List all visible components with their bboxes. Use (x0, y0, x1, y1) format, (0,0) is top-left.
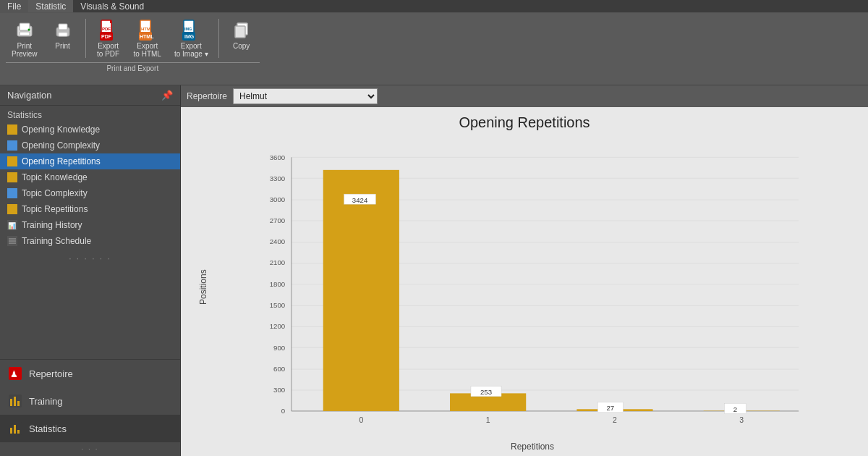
export-image-label: Export to Image ▾ (174, 42, 208, 58)
topic-complexity-icon (7, 188, 17, 198)
print-label: Print (55, 42, 70, 50)
content-area: Repertoire Helmut Opening Repetitions Po… (181, 85, 868, 456)
svg-rect-37 (10, 399, 12, 406)
svg-rect-22 (7, 124, 17, 135)
sidebar-item-opening-repetitions[interactable]: Opening Repetitions (0, 153, 180, 169)
sidebar-bottom: ♟ Repertoire Training (0, 359, 180, 456)
repertoire-icon: ♟ (7, 366, 23, 381)
copy-label: Copy (233, 42, 250, 50)
svg-text:3600: 3600 (270, 153, 285, 161)
topic-knowledge-label: Topic Knowledge (22, 172, 88, 182)
svg-rect-6 (59, 33, 67, 36)
bar-chart-svg: 3600 3300 3000 2700 2400 2100 1800 1500 … (211, 138, 854, 436)
main-layout: Navigation 📌 Statistics Opening Knowledg… (0, 85, 868, 456)
statistics-icon (7, 421, 23, 436)
sidebar-item-topic-repetitions[interactable]: Topic Repetitions (0, 201, 180, 217)
export-pdf-button[interactable]: PDF PDF Export to PDF (90, 16, 127, 61)
opening-knowledge-icon (7, 124, 17, 135)
export-html-icon: HTM HTML (136, 19, 159, 42)
svg-rect-24 (7, 156, 17, 166)
sidebar-item-topic-knowledge[interactable]: Topic Knowledge (0, 169, 180, 185)
training-history-label: Training History (22, 220, 82, 230)
x-label-1: 1 (486, 415, 490, 424)
sidebar-bottom-repertoire[interactable]: ♟ Repertoire (0, 360, 180, 387)
svg-rect-27 (7, 204, 17, 214)
menu-statistic[interactable]: Statistic (28, 0, 73, 12)
chart-container: Positions (195, 138, 854, 436)
print-preview-icon (13, 19, 36, 42)
separator-1 (85, 19, 86, 58)
sidebar-item-training-schedule[interactable]: Training Schedule (0, 233, 180, 249)
print-preview-button[interactable]: Print Preview (6, 16, 43, 61)
training-schedule-label: Training Schedule (22, 236, 91, 246)
sidebar-item-training-history[interactable]: 📊 Training History (0, 217, 180, 233)
training-schedule-icon (7, 236, 17, 246)
x-label-3: 3 (739, 415, 744, 424)
svg-text:IMG: IMG (184, 27, 192, 31)
topic-complexity-label: Topic Complexity (22, 188, 88, 198)
svg-text:📊: 📊 (8, 221, 17, 230)
export-pdf-label: Export to PDF (97, 42, 119, 58)
svg-marker-8 (110, 20, 111, 23)
svg-rect-39 (17, 401, 20, 406)
opening-repetitions-icon (7, 156, 17, 166)
x-axis-label: Repetitions (211, 442, 854, 452)
sidebar-item-topic-complexity[interactable]: Topic Complexity (0, 185, 180, 201)
bar-0-value: 3424 (352, 196, 368, 204)
bar-3-value: 2 (733, 405, 737, 413)
copy-icon (230, 19, 253, 42)
svg-text:2400: 2400 (270, 237, 285, 245)
sidebar-drag-handle: · · · · · · (0, 249, 180, 268)
svg-rect-42 (14, 425, 16, 434)
topic-repetitions-label: Topic Repetitions (22, 204, 88, 214)
y-axis-label: Positions (195, 138, 211, 436)
menu-visuals-sound[interactable]: Visuals & Sound (73, 0, 151, 12)
svg-point-3 (27, 29, 30, 31)
export-image-button[interactable]: IMG IMG Export to Image ▾ (169, 16, 214, 61)
export-html-label: Export to HTML (134, 42, 161, 58)
svg-rect-23 (7, 140, 17, 151)
export-pdf-icon: PDF PDF (97, 19, 120, 42)
x-label-0: 0 (359, 415, 363, 424)
x-label-2: 2 (613, 415, 617, 424)
svg-text:0: 0 (281, 407, 285, 415)
print-button[interactable]: Print (45, 16, 81, 61)
pin-icon[interactable]: 📌 (161, 90, 173, 101)
sidebar-bottom-statistics[interactable]: Statistics (0, 415, 180, 442)
print-preview-label: Print Preview (12, 42, 38, 58)
topic-knowledge-icon (7, 172, 17, 182)
svg-rect-5 (59, 24, 67, 30)
repertoire-select[interactable]: Helmut (233, 88, 378, 104)
menu-file[interactable]: File (0, 0, 28, 12)
svg-text:1200: 1200 (270, 322, 285, 330)
statistics-section-label: Statistics (0, 106, 180, 122)
statistics-bottom-label: Statistics (29, 423, 67, 434)
training-icon (7, 393, 23, 409)
svg-rect-43 (17, 430, 20, 434)
svg-text:900: 900 (273, 344, 285, 352)
svg-text:HTML: HTML (140, 34, 154, 39)
copy-button[interactable]: Copy (224, 16, 260, 61)
export-image-icon: IMG IMG (179, 19, 203, 42)
bar-2-value: 27 (606, 404, 614, 412)
separator-2 (218, 19, 219, 58)
sidebar-item-opening-complexity[interactable]: Opening Complexity (0, 138, 180, 153)
svg-rect-41 (10, 428, 12, 434)
sidebar-bottom-training[interactable]: Training (0, 387, 180, 415)
svg-text:PDF: PDF (101, 34, 112, 39)
svg-text:IMG: IMG (184, 34, 195, 39)
toolbar-buttons: Print Preview Print (6, 16, 260, 61)
bar-1-value: 253 (480, 388, 492, 396)
svg-text:2700: 2700 (270, 216, 285, 224)
repertoire-bottom-label: Repertoire (29, 368, 73, 379)
svg-text:3300: 3300 (270, 174, 285, 182)
opening-complexity-label: Opening Complexity (22, 140, 100, 151)
chart-title: Opening Repetitions (195, 114, 854, 131)
sidebar-item-opening-knowledge[interactable]: Opening Knowledge (0, 122, 180, 138)
repertoire-field-label: Repertoire (187, 91, 227, 101)
opening-complexity-icon (7, 140, 17, 151)
sidebar-header: Navigation 📌 (0, 85, 180, 106)
training-bottom-label: Training (29, 396, 62, 407)
export-html-button[interactable]: HTM HTML Export to HTML (128, 16, 167, 61)
sidebar: Navigation 📌 Statistics Opening Knowledg… (0, 85, 181, 456)
